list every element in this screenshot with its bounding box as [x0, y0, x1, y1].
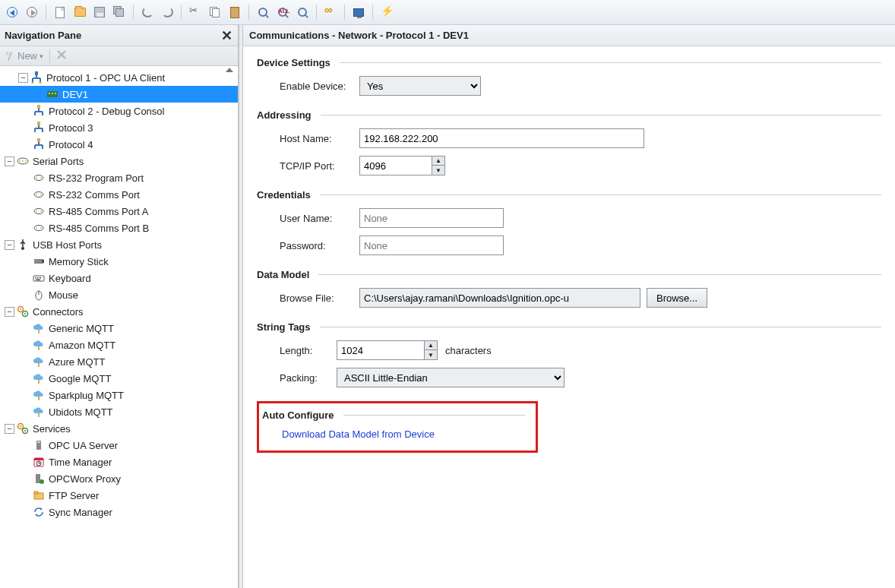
tree-label: Amazon MQTT [47, 340, 115, 351]
collapse-icon[interactable]: − [5, 240, 14, 250]
port-icon [32, 188, 46, 201]
tree-item-usb-host[interactable]: − USB Host Ports [0, 236, 238, 253]
tree-label: RS-485 Comms Port B [47, 223, 149, 234]
tree-item-opc-ua-server[interactable]: OPC UA Server [0, 437, 238, 454]
nav-new-button[interactable]: ★ New ▾ [5, 50, 43, 62]
tree-item-sparkplug-mqtt[interactable]: Sparkplug MQTT [0, 387, 238, 403]
display-button[interactable] [349, 3, 368, 21]
run-button[interactable] [378, 3, 396, 21]
svg-rect-52 [40, 277, 41, 279]
tree-item-dev1[interactable]: DEV1 [0, 86, 238, 103]
tree-item-mouse[interactable]: Mouse [0, 286, 238, 303]
browse-button[interactable]: Browse... [647, 288, 707, 308]
tree-item-protocol2[interactable]: Protocol 2 - Debug Consol [0, 103, 238, 119]
tcp-port-spinner[interactable]: ▲ ▼ [359, 156, 445, 175]
tree-item-memory-stick[interactable]: Memory Stick [0, 253, 238, 270]
host-name-input[interactable] [359, 128, 644, 148]
save-all-button[interactable] [110, 3, 128, 21]
tree-item-ubidots-mqtt[interactable]: Ubidots MQTT [0, 403, 238, 420]
svg-rect-4 [35, 71, 38, 75]
tree-item-generic-mqtt[interactable]: Generic MQTT [0, 320, 238, 337]
tree-label: Generic MQTT [47, 323, 114, 334]
section-title: Credentials [257, 189, 311, 201]
open-file-button[interactable] [71, 3, 89, 21]
svg-rect-64 [38, 397, 40, 400]
tree-item-azure-mqtt[interactable]: Azure MQTT [0, 353, 238, 370]
document-icon [55, 7, 65, 18]
svg-point-10 [40, 82, 42, 84]
undo-button[interactable] [138, 3, 157, 21]
download-data-model-link[interactable]: Download Data Model from Device [282, 428, 525, 440]
new-file-button[interactable] [51, 3, 69, 21]
spin-up-button[interactable]: ▲ [425, 341, 437, 350]
user-name-input[interactable] [359, 208, 504, 228]
enable-device-select[interactable]: Yes [359, 76, 481, 96]
tree-item-protocol4[interactable]: Protocol 4 [0, 136, 238, 153]
tree-item-opcworx-proxy[interactable]: OPCWorx Proxy [0, 470, 238, 487]
chevron-down-icon: ▾ [40, 52, 43, 60]
tree-item-keyboard[interactable]: Keyboard [0, 270, 238, 286]
mouse-icon [32, 288, 46, 302]
tree-item-rs485-a[interactable]: RS-485 Comms Port A [0, 203, 238, 220]
browse-file-input[interactable] [359, 288, 640, 308]
scroll-up-icon[interactable] [226, 68, 233, 72]
redo-button[interactable] [158, 3, 176, 21]
tree-item-serial-ports[interactable]: − Serial Ports [0, 153, 238, 169]
spin-down-button[interactable]: ▼ [432, 166, 444, 175]
device-form: Device Settings Enable Device: Yes Addre… [243, 46, 895, 588]
browse-file-label: Browse File: [280, 292, 359, 304]
password-input[interactable] [359, 236, 504, 255]
collapse-icon[interactable]: − [5, 156, 14, 166]
save-button[interactable] [90, 3, 109, 21]
packing-label: Packing: [280, 372, 337, 384]
tree-item-protocol3[interactable]: Protocol 3 [0, 119, 238, 136]
packing-select[interactable]: ASCII Little-Endian [337, 368, 565, 387]
navigation-pane-title: Navigation Pane [5, 30, 81, 41]
spin-down-button[interactable]: ▼ [425, 350, 437, 359]
cut-button[interactable] [186, 3, 204, 21]
tree-item-amazon-mqtt[interactable]: Amazon MQTT [0, 337, 238, 353]
cloud-icon [32, 321, 46, 335]
tree-item-rs232-comms[interactable]: RS-232 Comms Port [0, 186, 238, 203]
tree-item-protocol1[interactable]: − Protocol 1 - OPC UA Client [0, 69, 238, 86]
copy-button[interactable] [206, 3, 224, 21]
tree-item-connectors[interactable]: − Connectors [0, 303, 238, 320]
nav-delete-button[interactable] [56, 49, 67, 62]
svg-point-78 [40, 479, 44, 484]
replace-button[interactable] [293, 3, 312, 21]
tree-label: DEV1 [61, 89, 88, 100]
section-device-settings: Device Settings Enable Device: Yes [257, 57, 881, 96]
nav-back-button[interactable] [3, 3, 21, 21]
find-all-button[interactable]: ALL [274, 3, 292, 21]
nav-forward-button[interactable] [23, 3, 41, 21]
svg-rect-20 [37, 122, 40, 125]
svg-point-40 [34, 209, 43, 214]
collapse-icon[interactable]: − [18, 73, 28, 83]
tcp-port-input[interactable] [359, 156, 432, 175]
find-button[interactable] [254, 3, 272, 21]
length-input[interactable] [337, 340, 424, 360]
section-credentials: Credentials User Name: Password: [257, 189, 881, 255]
tree-item-services[interactable]: − Services [0, 420, 238, 437]
section-data-model: Data Model Browse File: Browse... [257, 269, 881, 308]
svg-point-37 [34, 192, 43, 198]
navigation-tree[interactable]: − Protocol 1 - OPC UA Client DEV1 Protoc… [0, 66, 238, 588]
svg-point-32 [22, 160, 24, 162]
collapse-icon[interactable]: − [5, 307, 14, 317]
tree-item-rs232-program[interactable]: RS-232 Program Port [0, 169, 238, 186]
tree-item-ftp-server[interactable]: FTP Server [0, 487, 238, 504]
tree-item-sync-manager[interactable]: Sync Manager [0, 504, 238, 520]
tree-item-rs485-b[interactable]: RS-485 Comms Port B [0, 220, 238, 236]
device-icon [46, 87, 59, 101]
svg-point-46 [21, 247, 24, 250]
navigation-close-button[interactable]: ✕ [220, 27, 233, 44]
tcp-port-label: TCP/IP Port: [280, 160, 359, 172]
tree-item-google-mqtt[interactable]: Google MQTT [0, 370, 238, 387]
arrow-right-icon [27, 7, 37, 17]
collapse-icon[interactable]: − [5, 424, 14, 434]
link-button[interactable] [321, 3, 340, 21]
paste-button[interactable] [226, 3, 244, 21]
spin-up-button[interactable]: ▲ [432, 156, 444, 166]
length-spinner[interactable]: ▲ ▼ [337, 340, 438, 360]
tree-item-time-manager[interactable]: Time Manager [0, 454, 238, 470]
